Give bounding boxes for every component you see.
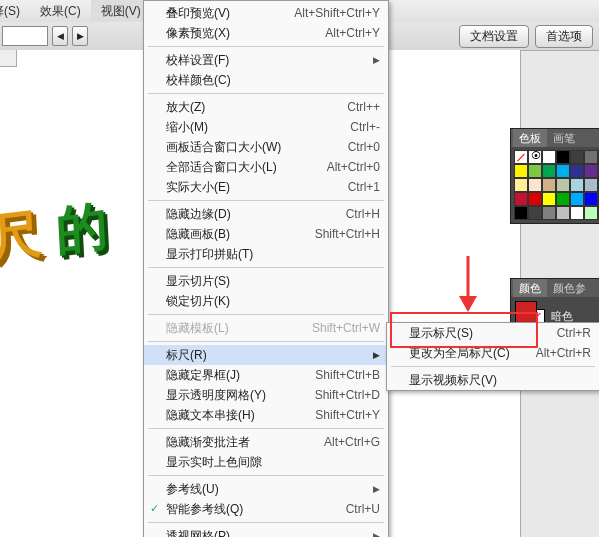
swatch[interactable] [528, 206, 542, 220]
menu-item-accelerator: Alt+Ctrl+Y [325, 26, 380, 40]
view-menu-separator [148, 428, 384, 429]
menu-item-accelerator: Ctrl+U [346, 502, 380, 516]
chevron-right-icon: ▶ [373, 55, 380, 65]
ruler-corner [0, 50, 17, 67]
swatch[interactable] [514, 178, 528, 192]
view-menu-item-16[interactable]: 显示切片(S) [144, 271, 388, 291]
swatch[interactable] [584, 206, 598, 220]
view-menu-item-29[interactable]: 参考线(U)▶ [144, 479, 388, 499]
view-menu-item-22[interactable]: 隐藏定界框(J)Shift+Ctrl+B [144, 365, 388, 385]
swatch[interactable] [542, 192, 556, 206]
swatch[interactable] [584, 150, 598, 164]
menu-item-label: 显示透明度网格(Y) [166, 387, 315, 404]
menu-item-label: 更改为全局标尺(C) [409, 345, 536, 362]
swatch[interactable] [584, 192, 598, 206]
menu-item-label: 实际大小(E) [166, 179, 348, 196]
view-menu-item-23[interactable]: 显示透明度网格(Y)Shift+Ctrl+D [144, 385, 388, 405]
ruler-submenu-item-3[interactable]: 显示视频标尺(V) [387, 370, 599, 390]
menu-view[interactable]: 视图(V) [91, 0, 151, 23]
artwork-char-2: 的 [55, 196, 110, 260]
menu-item-label: 锁定切片(K) [166, 293, 380, 310]
swatch[interactable] [570, 178, 584, 192]
view-menu-item-4[interactable]: 校样颜色(C) [144, 70, 388, 90]
tab-brushes[interactable]: 画笔 [547, 129, 581, 147]
view-menu-item-13[interactable]: 隐藏画板(B)Shift+Ctrl+H [144, 224, 388, 244]
view-menu-item-8[interactable]: 画板适合窗口大小(W)Ctrl+0 [144, 137, 388, 157]
swatch[interactable] [528, 192, 542, 206]
menu-item-accelerator: Ctrl+H [346, 207, 380, 221]
menu-item-accelerator: Shift+Ctrl+B [315, 368, 380, 382]
menu-item-label: 显示实时上色间隙 [166, 454, 380, 471]
swatch[interactable] [528, 150, 542, 164]
chevron-right-icon: ▶ [373, 350, 380, 360]
swatch[interactable] [514, 164, 528, 178]
menu-select[interactable]: 选择(S) [0, 0, 30, 23]
swatch[interactable] [570, 206, 584, 220]
menu-item-label: 隐藏文本串接(H) [166, 407, 315, 424]
swatch[interactable] [570, 192, 584, 206]
ruler-submenu-item-1[interactable]: 更改为全局标尺(C)Alt+Ctrl+R [387, 343, 599, 363]
view-menu-item-30[interactable]: ✓智能参考线(Q)Ctrl+U [144, 499, 388, 519]
menu-item-label: 隐藏画板(B) [166, 226, 315, 243]
view-menu-item-21[interactable]: 标尺(R)▶ [144, 345, 388, 365]
view-menu-item-10[interactable]: 实际大小(E)Ctrl+1 [144, 177, 388, 197]
document-setup-button[interactable]: 文档设置 [459, 25, 529, 48]
swatch[interactable] [542, 150, 556, 164]
view-menu-item-1[interactable]: 像素预览(X)Alt+Ctrl+Y [144, 23, 388, 43]
view-menu-separator [148, 341, 384, 342]
prev-arrow-button[interactable]: ◀ [52, 26, 68, 46]
tab-swatches[interactable]: 色板 [513, 129, 547, 147]
view-menu-item-6[interactable]: 放大(Z)Ctrl++ [144, 97, 388, 117]
swatch[interactable] [514, 150, 528, 164]
preferences-button[interactable]: 首选项 [535, 25, 593, 48]
swatch[interactable] [542, 178, 556, 192]
view-menu-item-9[interactable]: 全部适合窗口大小(L)Alt+Ctrl+0 [144, 157, 388, 177]
swatch[interactable] [556, 150, 570, 164]
swatch[interactable] [570, 164, 584, 178]
swatch[interactable] [556, 206, 570, 220]
ruler-submenu-separator [391, 366, 595, 367]
view-menu-item-27[interactable]: 显示实时上色间隙 [144, 452, 388, 472]
view-menu-separator [148, 46, 384, 47]
swatch[interactable] [542, 164, 556, 178]
swatch[interactable] [528, 164, 542, 178]
menu-item-accelerator: Ctrl+1 [348, 180, 380, 194]
view-menu-item-24[interactable]: 隐藏文本串接(H)Shift+Ctrl+Y [144, 405, 388, 425]
menu-item-label: 缩小(M) [166, 119, 350, 136]
view-menu-separator [148, 200, 384, 201]
swatch[interactable] [514, 192, 528, 206]
swatch[interactable] [556, 192, 570, 206]
swatch[interactable] [570, 150, 584, 164]
tab-color[interactable]: 颜色 [513, 279, 547, 297]
ruler-submenu-item-0[interactable]: 显示标尺(S)Ctrl+R [387, 323, 599, 343]
menu-item-label: 隐藏渐变批注者 [166, 434, 324, 451]
swatch[interactable] [556, 178, 570, 192]
swatch[interactable] [514, 206, 528, 220]
view-menu-item-19: 隐藏模板(L)Shift+Ctrl+W [144, 318, 388, 338]
menu-item-label: 隐藏边缘(D) [166, 206, 346, 223]
tab-color-guide[interactable]: 颜色参 [547, 279, 592, 297]
view-menu-separator [148, 522, 384, 523]
artboard-number-input[interactable] [2, 26, 48, 46]
swatch[interactable] [556, 164, 570, 178]
swatch[interactable] [584, 164, 598, 178]
view-menu-item-7[interactable]: 缩小(M)Ctrl+- [144, 117, 388, 137]
artwork-3d-text: 尺 的 [0, 191, 110, 276]
view-menu-item-14[interactable]: 显示打印拼贴(T) [144, 244, 388, 264]
view-menu-item-26[interactable]: 隐藏渐变批注者Alt+Ctrl+G [144, 432, 388, 452]
view-menu-item-12[interactable]: 隐藏边缘(D)Ctrl+H [144, 204, 388, 224]
view-menu-item-0[interactable]: 叠印预览(V)Alt+Shift+Ctrl+Y [144, 3, 388, 23]
view-menu-item-3[interactable]: 校样设置(F)▶ [144, 50, 388, 70]
check-icon: ✓ [150, 502, 159, 515]
menu-item-label: 隐藏定界框(J) [166, 367, 315, 384]
menu-effects[interactable]: 效果(C) [30, 0, 91, 23]
view-menu-separator [148, 93, 384, 94]
view-menu-item-17[interactable]: 锁定切片(K) [144, 291, 388, 311]
menu-item-label: 隐藏模板(L) [166, 320, 312, 337]
swatch[interactable] [528, 178, 542, 192]
view-menu-item-32[interactable]: 透视网格(P)▶ [144, 526, 388, 537]
next-arrow-button[interactable]: ▶ [72, 26, 88, 46]
swatch[interactable] [584, 178, 598, 192]
swatch[interactable] [542, 206, 556, 220]
swatches-panel[interactable]: 色板 画笔 [510, 128, 599, 224]
